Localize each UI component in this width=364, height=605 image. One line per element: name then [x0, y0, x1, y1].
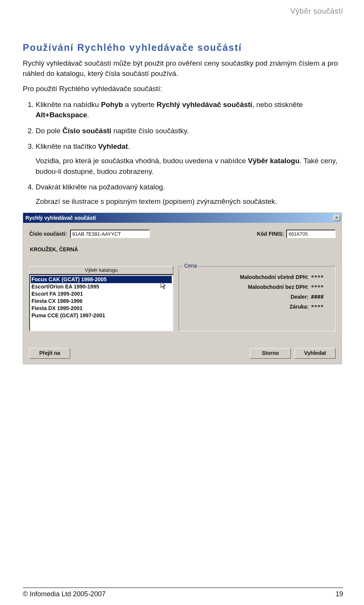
- list-item[interactable]: Escort FA 1995-2001: [31, 290, 172, 298]
- page-title: Používání Rychlého vyhledávače součástí: [23, 42, 343, 53]
- part-row: Číslo součásti: 91AB 7E391-AAYYCT Kód FI…: [29, 230, 336, 238]
- list-item[interactable]: Puma CCE (GCAT) 1997-2001: [31, 312, 172, 319]
- dialog-window: Rychlý vyhledávač součástí × Číslo součá…: [23, 213, 342, 364]
- goto-button[interactable]: Přejít na: [29, 348, 70, 359]
- price-row: Maloobchodní včetně DPH: ****: [184, 274, 330, 280]
- search-button[interactable]: Vyhledat: [295, 348, 336, 359]
- button-row: Přejít na Storno Vyhledat: [29, 348, 336, 359]
- step-3: Klikněte na tlačítko Vyhledat. Vozidla, …: [36, 141, 343, 176]
- step-1: Klikněte na nabídku Pohyb a vyberte Rych…: [36, 99, 343, 120]
- part-number-label: Číslo součásti:: [29, 231, 67, 237]
- finis-input[interactable]: 6618705: [286, 230, 336, 238]
- price-group: Cena Maloobchodní včetně DPH: **** Maloo…: [179, 266, 336, 331]
- catalog-listbox[interactable]: Focus CAK (GCAT) 1998-2005 Escort/Orion …: [29, 274, 173, 331]
- step-2: Do pole Číslo součásti napište číslo sou…: [36, 126, 343, 136]
- price-row: Maloobchodní bez DPH: ****: [184, 284, 330, 290]
- step-4-sub: Zobrazí se ilustrace s popisným textem (…: [36, 196, 343, 207]
- footer-page-number: 19: [336, 590, 343, 598]
- intro-paragraph: Rychlý vyhledávač součástí může být použ…: [23, 58, 343, 79]
- list-item[interactable]: Fiesta CX 1989-1996: [31, 298, 172, 305]
- section-header: Výběr součástí: [23, 7, 343, 16]
- part-description: KROUŽEK, ČERNÁ: [30, 246, 336, 252]
- close-button[interactable]: ×: [333, 215, 340, 221]
- dialog-titlebar: Rychlý vyhledávač součástí ×: [23, 213, 342, 223]
- part-number-input[interactable]: 91AB 7E391-AAYYCT: [70, 230, 150, 238]
- catalog-list-header: Výběr katalogu: [29, 266, 173, 274]
- dialog-title: Rychlý vyhledávač součástí: [25, 215, 96, 221]
- finis-label: Kód FINIS:: [257, 231, 284, 237]
- footer-copyright: © Infomedia Ltd 2005-2007: [23, 590, 105, 598]
- intro-paragraph-2: Pro použití Rychlého vyhledávače součást…: [23, 84, 343, 94]
- step-3-sub: Vozidla, pro která je součástka vhodná, …: [36, 156, 343, 176]
- list-item[interactable]: Fiesta DX 1995-2001: [31, 305, 172, 312]
- close-icon: ×: [336, 215, 338, 220]
- list-item[interactable]: Focus CAK (GCAT) 1998-2005: [31, 276, 172, 283]
- price-row: Záruka: ****: [184, 304, 330, 310]
- list-item[interactable]: Escort/Orion EA 1990-1995: [31, 283, 172, 290]
- price-group-label: Cena: [183, 263, 198, 269]
- page-footer: © Infomedia Ltd 2005-2007 19: [23, 588, 343, 598]
- step-4: Dvakrát klikněte na požadovaný katalog. …: [36, 182, 343, 206]
- steps-list: Klikněte na nabídku Pohyb a vyberte Rych…: [23, 99, 343, 206]
- price-row: Dealer: ####: [184, 294, 330, 300]
- cancel-button[interactable]: Storno: [250, 348, 291, 359]
